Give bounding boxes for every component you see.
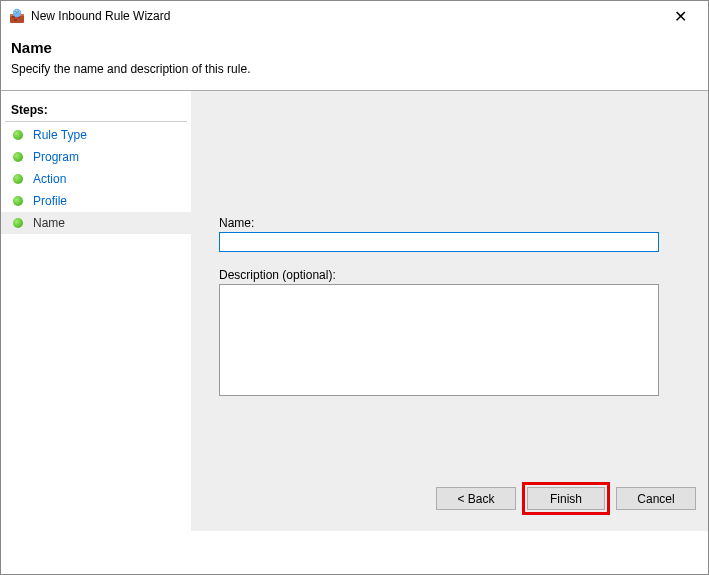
finish-highlight: Finish (522, 482, 610, 515)
step-profile[interactable]: Profile (1, 190, 191, 212)
close-button[interactable]: ✕ (660, 7, 700, 26)
step-name[interactable]: Name (1, 212, 191, 234)
steps-sidebar: Steps: Rule Type Program Action Profile … (1, 91, 191, 531)
name-label: Name: (219, 216, 688, 230)
bullet-icon (13, 130, 23, 140)
bullet-icon (13, 196, 23, 206)
window-title: New Inbound Rule Wizard (31, 9, 660, 23)
bullet-icon (13, 152, 23, 162)
step-label: Name (33, 216, 65, 230)
cancel-button[interactable]: Cancel (616, 487, 696, 510)
page-title: Name (11, 39, 698, 56)
step-rule-type[interactable]: Rule Type (1, 124, 191, 146)
step-action[interactable]: Action (1, 168, 191, 190)
back-button[interactable]: < Back (436, 487, 516, 510)
bullet-icon (13, 174, 23, 184)
svg-rect-4 (14, 19, 17, 21)
description-label: Description (optional): (219, 268, 688, 282)
page-subtitle: Specify the name and description of this… (11, 62, 698, 76)
finish-button[interactable]: Finish (527, 487, 605, 510)
wizard-main-panel: Name: Description (optional): < Back Fin… (191, 91, 708, 531)
steps-heading: Steps: (5, 101, 187, 122)
step-label: Rule Type (33, 128, 87, 142)
step-label: Program (33, 150, 79, 164)
step-label: Profile (33, 194, 67, 208)
step-label: Action (33, 172, 66, 186)
window-titlebar: New Inbound Rule Wizard ✕ (1, 1, 708, 31)
wizard-button-row: < Back Finish Cancel (436, 482, 696, 515)
description-input[interactable] (219, 284, 659, 396)
wizard-header: Name Specify the name and description of… (1, 31, 708, 91)
name-input[interactable] (219, 232, 659, 252)
bullet-icon (13, 218, 23, 228)
firewall-icon (9, 8, 25, 24)
step-program[interactable]: Program (1, 146, 191, 168)
